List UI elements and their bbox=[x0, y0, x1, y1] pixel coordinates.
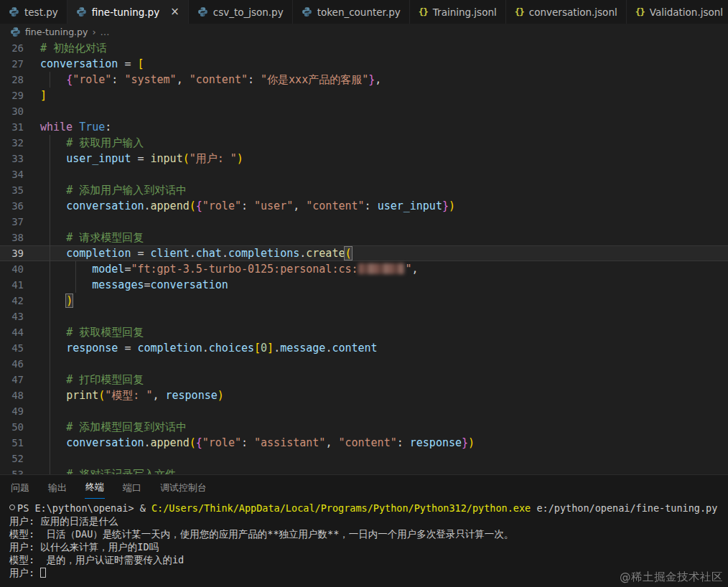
code-token bbox=[40, 263, 92, 276]
line-number[interactable]: 48 bbox=[0, 388, 33, 403]
code-line-42[interactable]: 42 ) bbox=[0, 293, 728, 309]
breadcrumb-file[interactable]: fine-tuning.py bbox=[25, 27, 88, 37]
code-content: completion = client.chat.completions.cre… bbox=[33, 245, 352, 261]
line-number[interactable]: 50 bbox=[0, 419, 33, 435]
line-number[interactable]: 46 bbox=[0, 356, 33, 372]
code-line-44[interactable]: 44 # 获取模型回复 bbox=[0, 324, 728, 340]
code-token: ) bbox=[468, 436, 475, 449]
code-token: "content" bbox=[190, 73, 248, 86]
code-line-53[interactable]: 53 # 将对话记录写入文件 bbox=[0, 466, 728, 474]
code-line-33[interactable]: 33 user_input = input("用户: ") bbox=[0, 151, 728, 166]
code-line-26[interactable]: 26# 初始化对话 bbox=[0, 40, 728, 56]
code-line-39[interactable]: 39 completion = client.chat.completions.… bbox=[0, 245, 728, 261]
code-line-28[interactable]: 28 {"role": "system", "content": "你是xxx产… bbox=[0, 72, 728, 88]
code-line-49[interactable]: 49 bbox=[0, 403, 728, 419]
code-token: append bbox=[151, 199, 190, 212]
code-token: # 获取模型回复 bbox=[66, 326, 144, 339]
line-number[interactable]: 43 bbox=[0, 309, 33, 324]
indent-guide bbox=[50, 166, 50, 182]
command-decoration-icon[interactable] bbox=[9, 504, 15, 510]
code-token: = bbox=[118, 57, 137, 70]
line-number[interactable]: 38 bbox=[0, 230, 33, 245]
panel-tab-问题[interactable]: 问题 bbox=[10, 476, 30, 499]
code-editor[interactable]: 26# 初始化对话27conversation = [28 {"role": "… bbox=[0, 40, 728, 474]
terminal-output[interactable]: PS E:\python\openai> & C:/Users/Think/Ap… bbox=[0, 499, 728, 579]
line-number[interactable]: 30 bbox=[0, 103, 33, 119]
code-line-35[interactable]: 35 # 添加用户输入到对话中 bbox=[0, 182, 728, 198]
line-number[interactable]: 31 bbox=[0, 119, 33, 135]
line-number[interactable]: 36 bbox=[0, 198, 33, 214]
line-number[interactable]: 29 bbox=[0, 88, 33, 103]
code-line-38[interactable]: 38 # 请求模型回复 bbox=[0, 230, 728, 245]
line-number[interactable]: 28 bbox=[0, 72, 33, 88]
line-number[interactable]: 42 bbox=[0, 293, 33, 309]
line-number[interactable]: 51 bbox=[0, 435, 33, 451]
code-line-29[interactable]: 29] bbox=[0, 88, 728, 103]
code-line-32[interactable]: 32 # 获取用户输入 bbox=[0, 135, 728, 151]
line-number[interactable]: 32 bbox=[0, 135, 33, 151]
code-token: conversation bbox=[151, 278, 228, 291]
code-token: , bbox=[412, 263, 419, 276]
code-token: , bbox=[325, 436, 338, 449]
line-number[interactable]: 49 bbox=[0, 403, 33, 419]
close-icon[interactable]: × bbox=[170, 6, 179, 17]
code-line-31[interactable]: 31while True: bbox=[0, 119, 728, 135]
line-number[interactable]: 41 bbox=[0, 277, 33, 293]
code-token: content bbox=[332, 342, 377, 354]
code-line-47[interactable]: 47 # 打印模型回复 bbox=[0, 372, 728, 388]
code-token: while bbox=[40, 121, 73, 133]
code-line-30[interactable]: 30 bbox=[0, 103, 728, 119]
code-line-27[interactable]: 27conversation = [ bbox=[0, 56, 728, 72]
breadcrumb-more[interactable]: … bbox=[101, 27, 110, 37]
code-line-45[interactable]: 45 response = completion.choices[0].mess… bbox=[0, 340, 728, 356]
code-token: : bbox=[365, 199, 378, 212]
code-token: ( bbox=[190, 436, 196, 449]
tab-conversation.jsonl[interactable]: {}conversation.jsonl bbox=[506, 0, 627, 24]
line-number[interactable]: 33 bbox=[0, 151, 33, 166]
tab-Training.jsonl[interactable]: {}Training.jsonl bbox=[410, 0, 506, 24]
code-line-34[interactable]: 34 bbox=[0, 166, 728, 182]
tab-test.py[interactable]: test.py bbox=[0, 0, 67, 24]
breadcrumb[interactable]: fine-tuning.py › … bbox=[0, 24, 728, 40]
code-line-48[interactable]: 48 print("模型: ", response) bbox=[0, 388, 728, 403]
indent-guide bbox=[50, 182, 50, 198]
code-line-52[interactable]: 52 bbox=[0, 451, 728, 466]
code-line-50[interactable]: 50 # 添加模型回复到对话中 bbox=[0, 419, 728, 435]
tab-fine-tuning.py[interactable]: fine-tuning.py× bbox=[67, 0, 189, 24]
line-number[interactable]: 27 bbox=[0, 56, 33, 72]
code-line-51[interactable]: 51 conversation.append({"role": "assista… bbox=[0, 435, 728, 451]
line-number[interactable]: 26 bbox=[0, 40, 33, 56]
code-token bbox=[40, 342, 66, 354]
line-number[interactable]: 35 bbox=[0, 182, 33, 198]
tab-csv_to_json.py[interactable]: csv_to_json.py bbox=[189, 0, 293, 24]
code-line-40[interactable]: 40 model="ft:gpt-3.5-turbo-0125:personal… bbox=[0, 261, 728, 277]
line-number[interactable]: 45 bbox=[0, 340, 33, 356]
code-line-43[interactable]: 43 bbox=[0, 309, 728, 324]
line-number[interactable]: 39 bbox=[0, 245, 33, 261]
panel-tab-端口[interactable]: 端口 bbox=[122, 476, 142, 499]
code-token: . bbox=[190, 247, 196, 260]
code-line-36[interactable]: 36 conversation.append({"role": "user", … bbox=[0, 198, 728, 214]
line-number[interactable]: 40 bbox=[0, 261, 33, 277]
panel-tab-输出[interactable]: 输出 bbox=[47, 476, 67, 499]
code-content: conversation.append({"role": "assistant"… bbox=[33, 435, 475, 451]
code-content: {"role": "system", "content": "你是xxx产品的客… bbox=[33, 72, 381, 88]
terminal-text: 模型: 日活（DAU）是统计某一天内，使用您的应用产品的**独立用户数**，一日… bbox=[9, 528, 513, 540]
tab-Validation.jsonl[interactable]: {}Validation.jsonl bbox=[627, 0, 728, 24]
line-number[interactable]: 44 bbox=[0, 324, 33, 340]
code-token: response bbox=[66, 342, 118, 354]
tab-token_counter.py[interactable]: token_counter.py bbox=[293, 0, 410, 24]
python-file-icon bbox=[76, 6, 87, 17]
code-content bbox=[33, 451, 40, 466]
line-number[interactable]: 52 bbox=[0, 451, 33, 466]
line-number[interactable]: 53 bbox=[0, 466, 33, 474]
code-line-46[interactable]: 46 bbox=[0, 356, 728, 372]
code-line-41[interactable]: 41 messages=conversation bbox=[0, 277, 728, 293]
code-line-37[interactable]: 37 bbox=[0, 214, 728, 230]
line-number[interactable]: 34 bbox=[0, 166, 33, 182]
panel-tab-终端[interactable]: 终端 bbox=[85, 476, 105, 499]
code-token: "模型: " bbox=[105, 389, 152, 402]
panel-tab-调试控制台[interactable]: 调试控制台 bbox=[159, 476, 207, 499]
line-number[interactable]: 47 bbox=[0, 372, 33, 388]
line-number[interactable]: 37 bbox=[0, 214, 33, 230]
